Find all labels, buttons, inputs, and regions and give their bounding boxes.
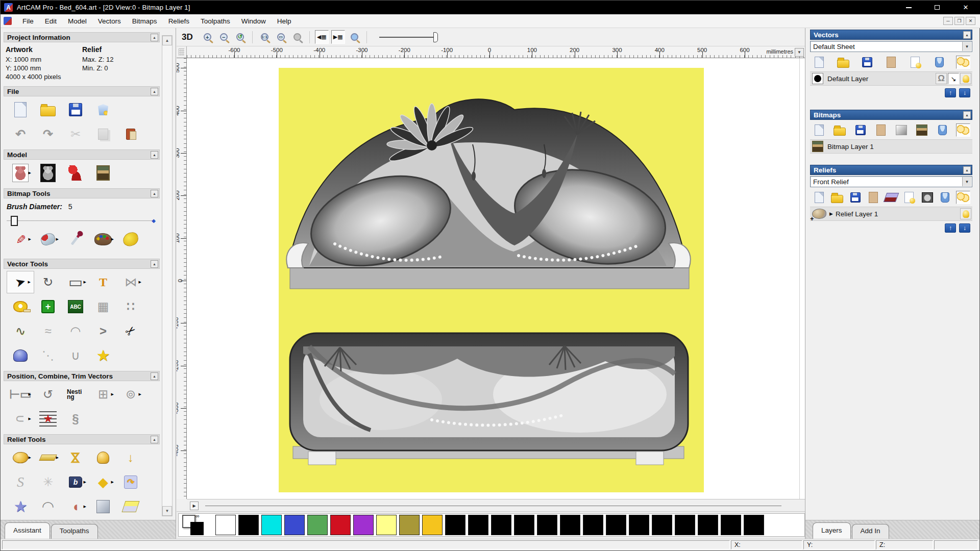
- collapse-vector-tools-button[interactable]: ▲: [151, 260, 158, 268]
- preferences-button[interactable]: [89, 98, 117, 121]
- scroll-up-button[interactable]: ▲: [162, 36, 172, 45]
- ruler-origin-box[interactable]: [177, 46, 187, 58]
- select-vectors-button[interactable]: ➤▶: [7, 271, 34, 293]
- next-bitmap-button[interactable]: ▶▦: [331, 30, 345, 44]
- join-vectors-button[interactable]: ∪▶: [7, 408, 34, 430]
- tab-add-in[interactable]: Add In: [852, 524, 889, 539]
- collapse-vectors-panel-button[interactable]: ▲: [963, 31, 971, 39]
- primary-secondary-colour[interactable]: ∞: [182, 514, 209, 536]
- palette-swatch-0[interactable]: [215, 515, 236, 535]
- save-relief-layer-button[interactable]: [848, 191, 863, 204]
- palette-swatch-4[interactable]: [307, 515, 328, 535]
- new-model-button[interactable]: [7, 98, 34, 121]
- save-bitmap-layer-button[interactable]: [853, 123, 868, 137]
- group-weld-button[interactable]: ⊚▶: [117, 383, 144, 406]
- polyline-fit-button[interactable]: >: [89, 320, 117, 342]
- text-block-button[interactable]: ABC: [62, 295, 89, 318]
- zoom-1to1-button[interactable]: 1:1: [258, 30, 272, 44]
- collapse-project-info-button[interactable]: ▲: [151, 34, 158, 41]
- relief-preview-button[interactable]: [920, 191, 935, 204]
- palette-swatch-20[interactable]: [675, 515, 695, 535]
- create-text-button[interactable]: T: [89, 271, 117, 293]
- node-editing-button[interactable]: +: [34, 295, 62, 318]
- palette-swatch-2[interactable]: [261, 515, 282, 535]
- menu-reliefs[interactable]: Reliefs: [163, 15, 195, 27]
- palette-swatch-5[interactable]: [330, 515, 351, 535]
- flat-plane-button[interactable]: ▶: [34, 446, 62, 469]
- open-model-button[interactable]: [34, 98, 62, 121]
- model-artboard[interactable]: [279, 68, 704, 492]
- palette-swatch-8[interactable]: [399, 515, 420, 535]
- palette-swatch-15[interactable]: [560, 515, 580, 535]
- flyout-arrow-icon[interactable]: ▶: [56, 456, 59, 460]
- relief-envelope-button[interactable]: ↷: [117, 471, 144, 493]
- open-bitmap-layer-button[interactable]: [832, 123, 847, 137]
- add-relief-button[interactable]: [89, 446, 117, 469]
- offset-relief-button[interactable]: [117, 495, 144, 518]
- collapse-model-button[interactable]: ▲: [151, 151, 158, 159]
- expand-arrow-icon[interactable]: ▶: [829, 211, 833, 216]
- save-vector-layer-button[interactable]: [860, 56, 874, 69]
- relief-clipart-button[interactable]: ▶: [7, 446, 34, 469]
- load-image-button[interactable]: [89, 162, 117, 184]
- flyout-arrow-icon[interactable]: ▶: [111, 480, 114, 484]
- chevron-down-icon[interactable]: ▼: [962, 177, 971, 186]
- fit-arcs-button[interactable]: [7, 344, 34, 367]
- notes-button[interactable]: [117, 123, 144, 145]
- flyout-arrow-icon[interactable]: ▶: [139, 280, 141, 284]
- menu-help[interactable]: Help: [272, 15, 297, 27]
- redo-button[interactable]: ↷: [34, 123, 62, 145]
- collapse-reliefs-panel-button[interactable]: ▲: [963, 166, 971, 174]
- relief-layer-row[interactable]: ▶ Relief Layer 1: [810, 207, 972, 221]
- block-copy-button[interactable]: ⊞▶: [89, 383, 117, 406]
- minimize-button[interactable]: [901, 3, 916, 13]
- assistant-scrollbar[interactable]: ▲ ▼: [162, 35, 173, 516]
- convert-bezier-button[interactable]: ⋱: [34, 344, 62, 367]
- palette-swatch-18[interactable]: [629, 515, 649, 535]
- slider-handle[interactable]: [11, 216, 18, 226]
- cut-button[interactable]: ✂: [62, 123, 89, 145]
- move-relief-down-button[interactable]: ↓: [959, 223, 970, 233]
- menu-toolpaths[interactable]: Toolpaths: [195, 15, 236, 27]
- menu-window[interactable]: Window: [236, 15, 272, 27]
- relief-visibility-button[interactable]: [902, 191, 916, 204]
- vector-layer-row[interactable]: Default Layer Ω ↘: [810, 71, 972, 86]
- greyscale-layer-button[interactable]: [894, 123, 909, 137]
- palette-swatch-21[interactable]: [698, 515, 718, 535]
- palette-swatch-14[interactable]: [537, 515, 557, 535]
- weave-wizard-button[interactable]: ✳: [34, 471, 62, 493]
- menu-edit[interactable]: Edit: [39, 15, 62, 27]
- zoom-previous-button[interactable]: ↺: [233, 30, 247, 44]
- palette-swatch-12[interactable]: [491, 515, 511, 535]
- chevron-down-icon[interactable]: ▼: [962, 42, 971, 51]
- zoom-out-button[interactable]: −: [217, 30, 231, 44]
- palette-swatch-19[interactable]: [652, 515, 672, 535]
- flyout-arrow-icon[interactable]: ▶: [111, 237, 114, 241]
- flyout-arrow-icon[interactable]: ▶: [29, 392, 31, 396]
- restore-button[interactable]: [929, 3, 945, 13]
- bend-relief-button[interactable]: ◖▶: [62, 495, 89, 518]
- bitmap-to-layer-button[interactable]: [915, 123, 929, 137]
- brush-diameter-slider[interactable]: ◆: [7, 216, 155, 226]
- paint-brush-button[interactable]: ✎▶: [7, 228, 34, 251]
- mdi-close-button[interactable]: ✕: [966, 17, 975, 25]
- sculpt-button[interactable]: ◆▶: [89, 471, 117, 493]
- palette-swatch-1[interactable]: [238, 515, 259, 535]
- flood-fill-button[interactable]: [117, 228, 144, 251]
- palette-swatch-3[interactable]: [284, 515, 305, 535]
- flyout-arrow-icon[interactable]: ▶: [84, 280, 86, 284]
- ruler-units-dropdown-button[interactable]: ▼: [795, 48, 804, 57]
- collapse-bitmap-tools-button[interactable]: ▲: [151, 190, 158, 197]
- drawing-canvas[interactable]: [187, 58, 805, 499]
- palette-swatch-17[interactable]: [606, 515, 626, 535]
- move-layer-up-button[interactable]: ↑: [945, 88, 956, 97]
- palette-swatch-10[interactable]: [445, 515, 465, 535]
- menu-bitmaps[interactable]: Bitmaps: [127, 15, 163, 27]
- tab-layers[interactable]: Layers: [813, 522, 851, 539]
- move-relief-up-button[interactable]: ↑: [945, 223, 956, 233]
- relief-layer-visibility-button[interactable]: [960, 208, 971, 219]
- delete-bitmap-layer-button[interactable]: [936, 123, 950, 137]
- flyout-arrow-icon[interactable]: ▶: [29, 237, 31, 241]
- previous-bitmap-button[interactable]: ◀▦: [315, 30, 329, 44]
- palette-swatch-16[interactable]: [583, 515, 603, 535]
